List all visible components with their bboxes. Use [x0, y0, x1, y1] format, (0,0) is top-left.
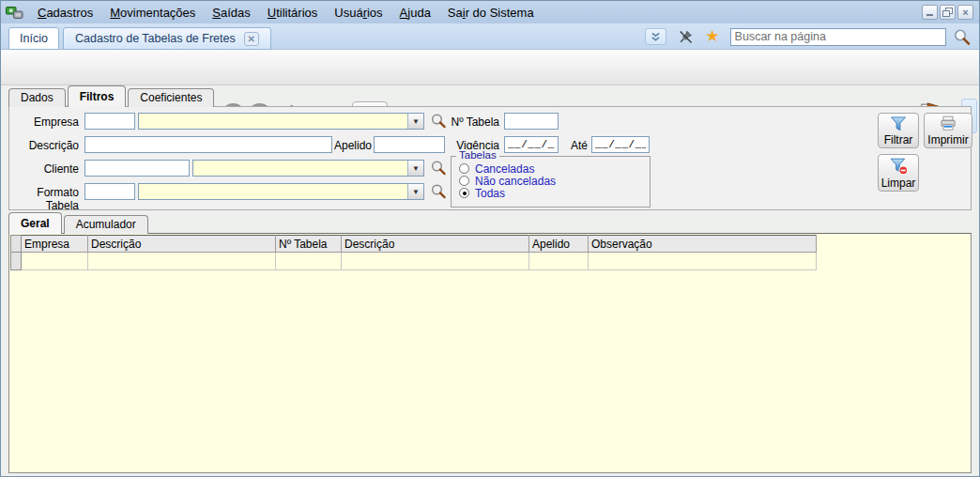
tab-inicio[interactable]: Início	[8, 27, 59, 50]
tabelas-groupbox-label: Tabelas	[456, 149, 499, 161]
restore-button[interactable]	[940, 5, 956, 20]
panel-collapse-button[interactable]	[645, 28, 666, 45]
formato-combo[interactable]: ▼	[138, 183, 424, 200]
row-selector-cell[interactable]	[11, 253, 22, 270]
printer-icon	[939, 115, 957, 133]
filter-panel: Empresa ▼ Descrição Apelido Cliente ▼	[8, 106, 972, 210]
menu-item-utilitarios[interactable]: Utilitários	[259, 4, 326, 22]
ntabela-input[interactable]	[504, 113, 559, 130]
descricao-input[interactable]	[84, 136, 332, 153]
imprimir-button[interactable]: Imprimir	[924, 113, 972, 148]
menu-item-sair-do-sistema[interactable]: Sair do Sistema	[439, 4, 543, 22]
table-cell[interactable]	[22, 253, 88, 270]
cliente-code-input[interactable]	[84, 160, 190, 177]
radio-icon	[459, 188, 469, 198]
menu-item-ajuda[interactable]: Ajuda	[391, 4, 439, 22]
cliente-combo-dropdown[interactable]: ▼	[407, 161, 423, 176]
formato-combo-value	[139, 184, 407, 199]
filtrar-button-label: Filtrar	[884, 133, 913, 146]
ntabela-label: Nº Tabela	[413, 115, 499, 129]
menu-item-saidas[interactable]: Saídas	[204, 4, 258, 22]
column-header-descricao-4[interactable]: Descrição	[342, 236, 529, 253]
limpar-button[interactable]: Limpar	[878, 154, 919, 192]
radio-label: Todas	[475, 187, 505, 200]
filter-funnel-icon	[889, 115, 908, 133]
imprimir-button-label: Imprimir	[927, 133, 968, 146]
radio-canceladas[interactable]: Canceladas	[459, 162, 534, 175]
tab-acumulador[interactable]: Acumulador	[64, 215, 148, 234]
table-cell[interactable]	[276, 253, 342, 270]
star-icon: ★	[705, 28, 719, 45]
formato-combo-dropdown[interactable]: ▼	[407, 184, 423, 199]
apelido-label: Apelido	[334, 139, 370, 152]
column-header-observacao-6[interactable]: Observação	[589, 236, 817, 253]
table-row	[11, 253, 817, 270]
magnifier-icon	[430, 183, 447, 200]
main-toolbar: ▼	[1, 50, 979, 85]
restore-icon	[942, 8, 953, 18]
limpar-button-label: Limpar	[881, 177, 916, 190]
tab-cadastro-tabelas-fretes[interactable]: Cadastro de Tabelas de Fretes ✕	[63, 27, 271, 50]
clear-filter-icon	[889, 157, 909, 177]
app-icon	[6, 5, 23, 20]
cliente-lookup-button[interactable]	[429, 160, 448, 177]
tab-coeficientes[interactable]: Coeficientes	[128, 88, 214, 107]
filtrar-button[interactable]: Filtrar	[878, 113, 919, 148]
document-tab-strip: Início Cadastro de Tabelas de Fretes ✕ ★	[1, 23, 979, 50]
results-area: EmpresaDescriçãoNº TabelaDescriçãoApelid…	[8, 233, 972, 473]
table-cell[interactable]	[529, 253, 589, 270]
menu-bar: CadastrosMovimentaçõesSaídasUtilitáriosU…	[1, 1, 979, 23]
ate-input[interactable]	[591, 136, 650, 153]
tab-inicio-label: Início	[20, 32, 48, 45]
find-bar: ★	[645, 23, 979, 50]
radio-nao-canceladas[interactable]: Não canceladas	[459, 175, 556, 187]
column-header-empresa-1[interactable]: Empresa	[22, 236, 88, 253]
results-table: EmpresaDescriçãoNº TabelaDescriçãoApelid…	[10, 235, 817, 270]
formato-lookup-button[interactable]	[429, 183, 448, 200]
descricao-label: Descrição	[9, 139, 79, 152]
formato-code-input[interactable]	[84, 183, 135, 200]
ate-label: Até	[565, 139, 588, 152]
pin-slash-icon	[678, 29, 694, 45]
menu-item-usuarios[interactable]: Usuários	[326, 4, 390, 22]
tab-cadastro-label: Cadastro de Tabelas de Fretes	[75, 32, 236, 45]
cliente-combo[interactable]: ▼	[192, 160, 424, 177]
row-selector-header[interactable]	[11, 236, 22, 253]
table-cell[interactable]	[88, 253, 276, 270]
empresa-combo[interactable]: ▼	[138, 113, 424, 130]
app-window: CadastrosMovimentaçõesSaídasUtilitáriosU…	[0, 0, 980, 477]
column-header-apelido-5[interactable]: Apelido	[529, 236, 589, 253]
tab-filtros[interactable]: Filtros	[68, 85, 127, 107]
find-input[interactable]	[730, 28, 947, 46]
formato-tabela-label: Formato Tabela	[9, 186, 79, 212]
tabelas-groupbox: Tabelas CanceladasNão canceladasTodas	[451, 156, 651, 208]
unpin-button[interactable]	[677, 27, 696, 46]
empresa-label: Empresa	[9, 115, 79, 129]
page-tab-strip: DadosFiltrosCoeficientes	[8, 85, 216, 107]
table-cell[interactable]	[589, 253, 817, 270]
favorites-button[interactable]: ★	[703, 27, 722, 46]
window-controls: ×	[922, 5, 973, 20]
vigencia-input[interactable]	[504, 136, 559, 153]
close-icon: ×	[962, 7, 968, 18]
close-button[interactable]: ×	[957, 5, 973, 20]
minimize-button[interactable]	[922, 5, 938, 20]
table-cell[interactable]	[342, 253, 529, 270]
empresa-code-input[interactable]	[84, 113, 135, 130]
chevron-double-down-icon	[650, 32, 662, 42]
menu-item-cadastros[interactable]: Cadastros	[29, 4, 101, 22]
minimize-icon	[926, 8, 934, 17]
tab-close-icon[interactable]: ✕	[244, 32, 259, 46]
column-header-n-tabela-3[interactable]: Nº Tabela	[276, 236, 342, 253]
radio-icon	[459, 176, 469, 186]
radio-label: Canceladas	[475, 162, 534, 176]
tab-geral[interactable]: Geral	[8, 212, 62, 234]
tab-dados[interactable]: Dados	[8, 88, 66, 107]
find-search-button[interactable]	[952, 27, 971, 46]
column-header-descricao-2[interactable]: Descrição	[88, 236, 276, 253]
menu-item-movimentacoes[interactable]: Movimentações	[101, 4, 204, 22]
radio-todas[interactable]: Todas	[459, 187, 505, 199]
radio-icon	[459, 163, 469, 174]
magnifier-icon	[430, 160, 447, 177]
results-table-header-row: EmpresaDescriçãoNº TabelaDescriçãoApelid…	[11, 236, 817, 253]
